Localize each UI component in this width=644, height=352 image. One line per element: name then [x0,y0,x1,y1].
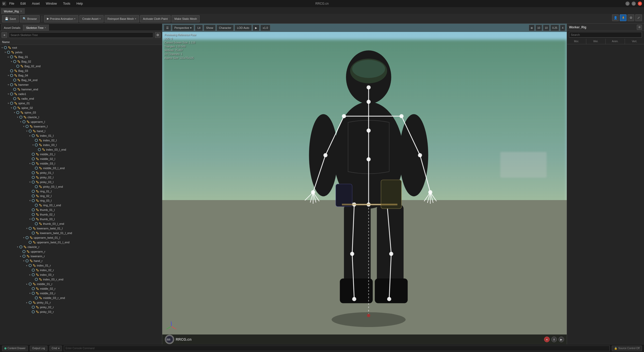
bone-visibility-icon[interactable] [13,88,16,91]
tree-expand-icon[interactable]: ▸ [25,282,28,286]
rp-tab-vert[interactable]: Vert. [625,39,644,44]
expand-icon-btn[interactable]: ⤢ [635,14,642,21]
tree-expand-icon[interactable]: ▾ [16,245,19,248]
bone-visibility-icon[interactable] [28,241,32,244]
bone-visibility-icon[interactable] [35,222,38,226]
bone-visibility-icon[interactable] [22,250,26,253]
tree-item[interactable]: ▾ring_03_l [0,198,162,203]
bone-visibility-icon[interactable] [25,125,29,128]
lit-btn[interactable]: Lit [195,25,203,31]
menu-tools[interactable]: Tools [62,1,71,6]
bone-visibility-icon[interactable] [13,78,16,82]
speed-btn[interactable]: x1.0 [260,25,270,31]
tree-item[interactable]: ▾hand_l [0,129,162,133]
bone-visibility-icon[interactable] [4,46,7,49]
bone-visibility-icon[interactable] [31,199,35,202]
bone-visibility-icon[interactable] [35,143,38,147]
bone-visibility-icon[interactable] [13,97,16,100]
tree-item[interactable]: ▸index_03_r [0,272,162,277]
perspective-btn[interactable]: Perspective ▾ [172,25,194,31]
tree-expand-icon[interactable]: ▾ [22,259,25,262]
bone-visibility-icon[interactable] [28,129,32,133]
tab-worker-rig[interactable]: Worker_Rig × [1,8,25,14]
tree-item[interactable]: lowerarm_twist_01_l_end [0,231,162,235]
content-drawer-button[interactable]: Content Drawer [2,346,28,351]
tree-expand-icon[interactable]: ▾ [25,130,28,133]
hamburger-menu-btn[interactable]: ☰ [164,25,171,31]
bone-visibility-icon[interactable] [25,259,29,263]
bone-visibility-icon[interactable] [10,69,13,73]
bone-visibility-icon[interactable] [31,176,35,179]
menu-file[interactable]: File [8,1,15,6]
tree-item[interactable]: ▾radio1 [0,92,162,96]
cmd-button[interactable]: Cmd ▾ [49,346,62,351]
bone-visibility-icon[interactable] [16,111,20,114]
tree-item[interactable]: ▾upperarm_l [0,119,162,124]
tree-item[interactable]: ▾lowerarm_l [0,124,162,129]
tree-item[interactable]: thumb_01_l [0,208,162,212]
bone-visibility-icon[interactable] [10,83,13,87]
tree-expand-icon[interactable]: ▸ [28,273,31,276]
tree-item[interactable]: middle_03_r_end [0,296,162,300]
rp-tab-mor[interactable]: Mor. [567,39,586,44]
tree-item[interactable]: ▸Bag_01 [0,55,162,59]
tree-item[interactable]: ▸lowerarm_r [0,254,162,259]
bone-visibility-icon[interactable] [31,190,35,193]
bone-visibility-icon[interactable] [10,55,13,59]
bone-visibility-icon[interactable] [10,101,13,105]
tree-item[interactable]: thumb_03_l_end [0,221,162,226]
bone-visibility-icon[interactable] [19,115,23,119]
tree-expand-icon[interactable]: ▾ [31,143,35,147]
bone-visibility-icon[interactable] [35,203,38,207]
next-frame-button[interactable]: ▶ [558,337,564,342]
record-button[interactable]: ● [544,337,550,342]
bone-visibility-icon[interactable] [16,64,20,68]
tree-expand-icon[interactable]: ▸ [19,255,22,258]
tree-expand-icon[interactable]: ▾ [22,236,25,239]
bone-visibility-icon[interactable] [31,208,35,212]
tree-item[interactable]: ▾clavicle_l [0,115,162,119]
tree-expand-icon[interactable]: ▾ [4,51,7,54]
tree-expand-icon[interactable]: ▾ [28,181,31,184]
tree-expand-icon[interactable]: ▾ [28,292,31,295]
bone-visibility-icon[interactable] [38,148,41,151]
tree-expand-icon[interactable]: ▸ [28,134,31,137]
viewport-10-btn-2[interactable]: 10 [543,25,549,31]
bone-visibility-icon[interactable] [13,60,16,63]
bone-visibility-icon[interactable] [31,180,35,184]
add-bone-button[interactable]: + [2,32,7,38]
viewport-025-btn[interactable]: 0.25 [550,25,559,31]
skeleton-tree-tab[interactable]: Skeleton Tree × [23,24,49,31]
viewport-10-btn-1[interactable]: 10 [536,25,542,31]
tree-item[interactable]: ring_01_l [0,189,162,194]
save-button[interactable]: 💾 Save [2,15,19,22]
tree-item[interactable]: radio_end [0,96,162,101]
tree-expand-icon[interactable]: ▾ [7,74,10,77]
bone-visibility-icon[interactable] [31,287,35,290]
tree-item[interactable]: thumb_02_l [0,212,162,217]
tree-item[interactable]: ▸index_01_r [0,263,162,268]
browse-button[interactable]: 🔍 Browse [20,15,40,22]
bone-visibility-icon[interactable] [31,273,35,277]
menu-edit[interactable]: Edit [19,1,27,6]
bone-visibility-icon[interactable] [31,157,35,161]
tree-expand-icon[interactable]: ▾ [19,120,22,123]
skeleton-tab-close-icon[interactable]: × [45,26,46,29]
tree-item[interactable]: Bag_03 [0,68,162,73]
character-btn[interactable]: Character [217,25,234,31]
tree-item[interactable]: pinky_02_r [0,305,162,310]
source-control-button[interactable]: 🔒 Source Control Off [612,346,642,351]
output-log-button[interactable]: Output Log [30,346,47,351]
maximize-button[interactable]: □ [632,2,636,6]
tree-item[interactable]: ▾spine_02 [0,106,162,110]
tree-expand-icon[interactable]: ▾ [7,92,10,96]
tree-item[interactable]: ▸index_01_l [0,133,162,138]
bone-visibility-icon[interactable] [35,278,38,281]
tree-item[interactable]: pinky_01_l [0,170,162,175]
menu-asset[interactable]: Asset [31,1,41,6]
bone-visibility-icon[interactable] [7,50,10,54]
menu-window[interactable]: Window [45,1,58,6]
tree-item[interactable]: index_02_l [0,138,162,143]
tree-expand-icon[interactable]: ▾ [25,227,28,230]
pause-button[interactable]: ⏸ [551,337,557,342]
